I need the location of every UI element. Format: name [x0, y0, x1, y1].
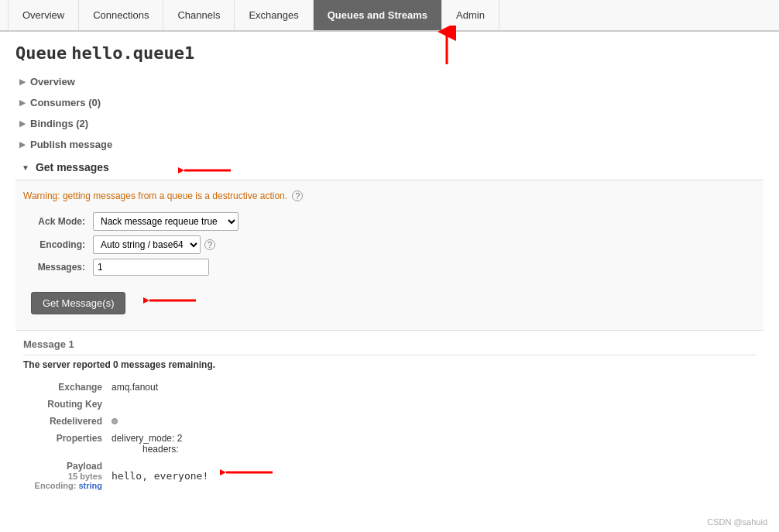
nav-channels[interactable]: Channels: [163, 0, 235, 30]
chevron-right-icon: ▶: [19, 119, 26, 128]
get-messages-button[interactable]: Get Message(s): [31, 292, 125, 314]
payload-label-cell: Payload 15 bytes Encoding: string: [25, 458, 110, 493]
section-overview[interactable]: ▶ Overview: [15, 71, 764, 92]
ack-mode-label: Ack Mode:: [23, 216, 85, 227]
top-navigation: Overview Connections Channels Exchanges …: [0, 0, 779, 32]
queue-name: hello.queue1: [71, 43, 194, 63]
encoding-link[interactable]: string: [78, 481, 102, 490]
warning-text: Warning: getting messages from a queue i…: [15, 184, 764, 208]
redelivered-row: Redelivered: [25, 414, 754, 429]
routing-key-label: Routing Key: [25, 396, 110, 412]
payload-arrow-annotation: [220, 462, 274, 486]
nav-admin[interactable]: Admin: [442, 0, 499, 30]
payload-encoding: Encoding: string: [25, 481, 102, 490]
chevron-down-icon: ▼: [22, 163, 29, 172]
main-content: Queue hello.queue1 ▶ Overview ▶ Consumer…: [0, 32, 779, 513]
chevron-right-icon: ▶: [19, 140, 26, 149]
button-row: Get Message(s): [15, 280, 764, 326]
message-result: Message 1 The server reported 0 messages…: [15, 331, 764, 502]
encoding-help-icon[interactable]: ?: [204, 239, 215, 250]
warning-help-icon[interactable]: ?: [292, 190, 303, 201]
section-consumers[interactable]: ▶ Consumers (0): [15, 92, 764, 113]
routing-key-value: [112, 396, 754, 412]
ack-mode-select[interactable]: Nack message requeue true Nack message r…: [93, 212, 239, 231]
encoding-row: Encoding: Auto string / base64 base64 ?: [23, 235, 756, 254]
encoding-select[interactable]: Auto string / base64 base64: [93, 235, 201, 254]
properties-row: Properties delivery_mode: 2 headers:: [25, 431, 754, 457]
watermark: CSDN @sahuid: [0, 513, 779, 530]
nav-connections[interactable]: Connections: [79, 0, 163, 30]
chevron-right-icon: ▶: [19, 77, 26, 86]
section-publish-message[interactable]: ▶ Publish message: [15, 134, 764, 155]
redelivered-dot-icon: [112, 418, 118, 424]
section-get-messages[interactable]: ▼ Get messages: [15, 155, 764, 180]
section-bindings[interactable]: ▶ Bindings (2): [15, 113, 764, 134]
exchange-row: Exchange amq.fanout: [25, 379, 754, 395]
server-report: The server reported 0 messages remaining…: [23, 359, 756, 370]
payload-bytes: 15 bytes: [25, 472, 102, 481]
chevron-right-icon: ▶: [19, 98, 26, 107]
messages-row: Messages:: [23, 259, 756, 276]
messages-label: Messages:: [23, 262, 85, 273]
redelivered-value: [112, 414, 754, 429]
payload-row: Payload 15 bytes Encoding: string hello,…: [25, 458, 754, 493]
page-title: Queue hello.queue1: [15, 43, 764, 63]
message-detail-table: Exchange amq.fanout Routing Key Redelive…: [23, 378, 756, 494]
get-messages-wrapper: ▼ Get messages: [15, 155, 764, 180]
button-arrow-annotation: [143, 290, 197, 314]
encoding-label: Encoding:: [23, 239, 85, 250]
payload-value-cell: hello, everyone!: [112, 458, 754, 493]
properties-label: Properties: [25, 431, 110, 457]
messages-input[interactable]: [93, 259, 209, 276]
nav-exchanges[interactable]: Exchanges: [235, 0, 313, 30]
divider: [23, 355, 756, 355]
redelivered-label: Redelivered: [25, 414, 110, 429]
payload-value: hello, everyone!: [112, 470, 208, 482]
routing-key-row: Routing Key: [25, 396, 754, 412]
headers-value: headers:: [112, 444, 179, 455]
nav-queues-and-streams[interactable]: Queues and Streams: [314, 0, 442, 30]
message-heading: Message 1: [23, 338, 756, 350]
exchange-label: Exchange: [25, 379, 110, 395]
properties-value: delivery_mode: 2 headers:: [112, 431, 754, 457]
exchange-value: amq.fanout: [112, 379, 754, 395]
ack-mode-row: Ack Mode: Nack message requeue true Nack…: [23, 212, 756, 231]
nav-overview[interactable]: Overview: [8, 0, 79, 30]
get-messages-content: Warning: getting messages from a queue i…: [15, 180, 764, 331]
